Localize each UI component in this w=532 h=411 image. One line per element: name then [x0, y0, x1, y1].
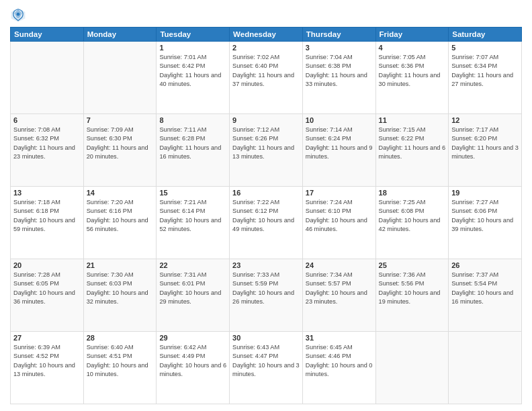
svg-point-1	[17, 13, 20, 16]
calendar-day-cell: 19 Sunrise: 7:27 AM Sunset: 6:06 PM Dayl…	[449, 187, 522, 259]
sunrise-text: Sunrise: 7:17 AM	[451, 126, 519, 134]
sunset-text: Sunset: 6:40 PM	[232, 62, 300, 71]
calendar-day-cell	[83, 42, 157, 114]
calendar-day-cell: 25 Sunrise: 7:36 AM Sunset: 5:56 PM Dayl…	[375, 259, 449, 332]
sunset-text: Sunset: 6:22 PM	[379, 134, 446, 143]
sunrise-text: Sunrise: 7:05 AM	[379, 53, 446, 62]
sunset-text: Sunset: 6:24 PM	[306, 134, 373, 143]
calendar-day-cell: 16 Sunrise: 7:22 AM Sunset: 6:12 PM Dayl…	[230, 187, 303, 259]
sunset-text: Sunset: 4:51 PM	[87, 352, 154, 361]
day-number: 26	[451, 261, 519, 269]
sunset-text: Sunset: 6:42 PM	[159, 62, 226, 71]
sunrise-text: Sunrise: 6:40 AM	[87, 343, 154, 352]
day-number: 20	[13, 261, 81, 269]
calendar-body: 1 Sunrise: 7:01 AM Sunset: 6:42 PM Dayli…	[11, 42, 522, 404]
calendar-week-row: 1 Sunrise: 7:01 AM Sunset: 6:42 PM Dayli…	[11, 42, 522, 114]
daylight-text: Daylight: 11 hours and 13 minutes.	[232, 144, 300, 162]
day-number: 8	[159, 116, 226, 124]
daylight-text: Daylight: 10 hours and 36 minutes.	[13, 289, 81, 307]
day-info: Sunrise: 6:45 AM Sunset: 4:46 PM Dayligh…	[306, 343, 373, 379]
day-info: Sunrise: 7:02 AM Sunset: 6:40 PM Dayligh…	[232, 53, 300, 89]
calendar-day-cell: 8 Sunrise: 7:11 AM Sunset: 6:28 PM Dayli…	[157, 114, 230, 187]
sunset-text: Sunset: 6:03 PM	[87, 279, 154, 288]
day-info: Sunrise: 7:12 AM Sunset: 6:26 PM Dayligh…	[232, 126, 300, 161]
day-info: Sunrise: 7:04 AM Sunset: 6:38 PM Dayligh…	[306, 53, 373, 89]
weekday-header: Saturday	[449, 28, 522, 42]
daylight-text: Daylight: 10 hours and 59 minutes.	[13, 216, 81, 234]
day-number: 2	[232, 44, 300, 52]
daylight-text: Daylight: 10 hours and 3 minutes.	[232, 361, 300, 379]
day-info: Sunrise: 7:21 AM Sunset: 6:14 PM Dayligh…	[159, 198, 226, 234]
day-number: 17	[306, 189, 373, 197]
sunrise-text: Sunrise: 7:28 AM	[13, 271, 81, 279]
daylight-text: Daylight: 10 hours and 29 minutes.	[159, 289, 226, 307]
calendar-day-cell	[375, 332, 449, 404]
sunset-text: Sunset: 6:34 PM	[451, 62, 519, 71]
calendar-day-cell: 1 Sunrise: 7:01 AM Sunset: 6:42 PM Dayli…	[157, 42, 230, 114]
sunset-text: Sunset: 6:16 PM	[87, 207, 154, 216]
day-info: Sunrise: 7:33 AM Sunset: 5:59 PM Dayligh…	[232, 271, 300, 306]
page: SundayMondayTuesdayWednesdayThursdayFrid…	[0, 0, 532, 411]
calendar-week-row: 20 Sunrise: 7:28 AM Sunset: 6:05 PM Dayl…	[11, 259, 522, 332]
day-number: 6	[13, 116, 81, 124]
day-info: Sunrise: 7:15 AM Sunset: 6:22 PM Dayligh…	[379, 126, 446, 161]
calendar-week-row: 13 Sunrise: 7:18 AM Sunset: 6:18 PM Dayl…	[11, 187, 522, 259]
day-info: Sunrise: 6:42 AM Sunset: 4:49 PM Dayligh…	[159, 343, 226, 379]
day-info: Sunrise: 7:07 AM Sunset: 6:34 PM Dayligh…	[451, 53, 519, 89]
calendar-week-row: 6 Sunrise: 7:08 AM Sunset: 6:32 PM Dayli…	[11, 114, 522, 187]
sunset-text: Sunset: 6:10 PM	[306, 207, 373, 216]
daylight-text: Daylight: 11 hours and 40 minutes.	[159, 71, 226, 89]
calendar-day-cell: 18 Sunrise: 7:25 AM Sunset: 6:08 PM Dayl…	[375, 187, 449, 259]
calendar-day-cell: 24 Sunrise: 7:34 AM Sunset: 5:57 PM Dayl…	[302, 259, 375, 332]
calendar-day-cell: 11 Sunrise: 7:15 AM Sunset: 6:22 PM Dayl…	[375, 114, 449, 187]
calendar-day-cell: 23 Sunrise: 7:33 AM Sunset: 5:59 PM Dayl…	[230, 259, 303, 332]
sunrise-text: Sunrise: 7:11 AM	[159, 126, 226, 134]
weekday-header: Thursday	[302, 28, 375, 42]
calendar-day-cell: 27 Sunrise: 6:39 AM Sunset: 4:52 PM Dayl…	[11, 332, 84, 404]
daylight-text: Daylight: 10 hours and 13 minutes.	[13, 361, 81, 379]
day-info: Sunrise: 7:05 AM Sunset: 6:36 PM Dayligh…	[379, 53, 446, 89]
daylight-text: Daylight: 10 hours and 52 minutes.	[159, 216, 226, 234]
sunrise-text: Sunrise: 7:04 AM	[306, 53, 373, 62]
day-info: Sunrise: 7:08 AM Sunset: 6:32 PM Dayligh…	[13, 126, 81, 161]
daylight-text: Daylight: 10 hours and 10 minutes.	[87, 361, 154, 379]
day-number: 27	[13, 334, 81, 342]
daylight-text: Daylight: 10 hours and 19 minutes.	[379, 289, 446, 307]
day-number: 10	[306, 116, 373, 124]
daylight-text: Daylight: 11 hours and 30 minutes.	[379, 71, 446, 89]
day-number: 21	[87, 261, 154, 269]
daylight-text: Daylight: 10 hours and 23 minutes.	[306, 289, 373, 307]
sunrise-text: Sunrise: 7:18 AM	[13, 198, 81, 207]
sunrise-text: Sunrise: 6:42 AM	[159, 343, 226, 352]
day-number: 25	[379, 261, 446, 269]
sunset-text: Sunset: 6:18 PM	[13, 207, 81, 216]
day-info: Sunrise: 7:09 AM Sunset: 6:30 PM Dayligh…	[87, 126, 154, 161]
day-number: 23	[232, 261, 300, 269]
daylight-text: Daylight: 10 hours and 42 minutes.	[379, 216, 446, 234]
daylight-text: Daylight: 10 hours and 26 minutes.	[232, 289, 300, 307]
calendar-day-cell	[449, 332, 522, 404]
calendar-day-cell: 30 Sunrise: 6:43 AM Sunset: 4:47 PM Dayl…	[230, 332, 303, 404]
sunrise-text: Sunrise: 7:02 AM	[232, 53, 300, 62]
sunrise-text: Sunrise: 7:09 AM	[87, 126, 154, 134]
day-number: 28	[87, 334, 154, 342]
sunset-text: Sunset: 4:47 PM	[232, 352, 300, 361]
sunset-text: Sunset: 6:08 PM	[379, 207, 446, 216]
day-number: 18	[379, 189, 446, 197]
calendar-day-cell: 29 Sunrise: 6:42 AM Sunset: 4:49 PM Dayl…	[157, 332, 230, 404]
day-number: 19	[451, 189, 519, 197]
day-info: Sunrise: 7:20 AM Sunset: 6:16 PM Dayligh…	[87, 198, 154, 234]
daylight-text: Daylight: 10 hours and 0 minutes.	[306, 361, 373, 379]
calendar-day-cell: 14 Sunrise: 7:20 AM Sunset: 6:16 PM Dayl…	[83, 187, 157, 259]
sunset-text: Sunset: 4:52 PM	[13, 352, 81, 361]
day-number: 16	[232, 189, 300, 197]
sunset-text: Sunset: 4:49 PM	[159, 352, 226, 361]
weekday-header: Wednesday	[230, 28, 303, 42]
logo-icon	[10, 7, 26, 23]
calendar-day-cell: 28 Sunrise: 6:40 AM Sunset: 4:51 PM Dayl…	[83, 332, 157, 404]
sunrise-text: Sunrise: 7:27 AM	[451, 198, 519, 207]
calendar-day-cell: 12 Sunrise: 7:17 AM Sunset: 6:20 PM Dayl…	[449, 114, 522, 187]
calendar-week-row: 27 Sunrise: 6:39 AM Sunset: 4:52 PM Dayl…	[11, 332, 522, 404]
daylight-text: Daylight: 10 hours and 16 minutes.	[451, 289, 519, 307]
calendar-table: SundayMondayTuesdayWednesdayThursdayFrid…	[10, 27, 522, 404]
